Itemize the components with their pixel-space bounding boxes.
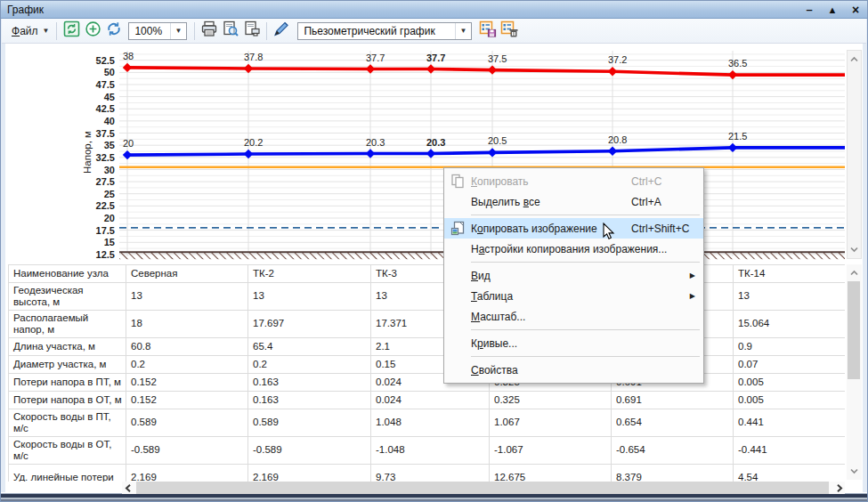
scroll-up-icon[interactable] — [848, 267, 861, 279]
y-axis-label: Напор, м — [82, 131, 93, 174]
supply-line[interactable] — [127, 68, 845, 75]
node-marker[interactable] — [366, 149, 375, 158]
table-cell[interactable]: 8.379 — [612, 465, 734, 482]
chart-vertical-scrollbar[interactable] — [847, 50, 862, 259]
menu-item-select-all[interactable]: Выделить всеCtrl+A — [444, 191, 703, 212]
table-cell[interactable]: 15.064 — [734, 311, 846, 338]
row-label: Потери напора в ОТ, м — [9, 392, 126, 409]
scroll-left-icon[interactable] — [122, 482, 134, 494]
table-cell[interactable]: 13 — [734, 283, 846, 311]
zoom-combo[interactable]: 100% ▼ — [128, 22, 187, 40]
point-label: 37.8 — [244, 52, 263, 62]
scroll-up-icon[interactable] — [848, 53, 861, 66]
row-label: Диаметр участка, м — [9, 356, 126, 374]
table-cell[interactable]: -0.441 — [734, 437, 846, 465]
node-marker[interactable] — [244, 64, 253, 73]
table-cell[interactable]: 0.589 — [126, 409, 248, 437]
close-button[interactable]: × — [849, 2, 862, 18]
table-cell[interactable]: -0.589 — [248, 437, 371, 465]
menu-item-table[interactable]: Таблица▶ — [444, 286, 703, 306]
page-setup-button[interactable] — [241, 21, 263, 41]
menu-item-copy-image[interactable]: Копировать изображениеCtrl+Shift+C — [444, 218, 703, 239]
chevron-down-icon[interactable]: ▼ — [455, 23, 472, 39]
table-cell[interactable]: 0.152 — [126, 392, 248, 409]
menu-item-properties[interactable]: Свойства — [444, 360, 703, 380]
scroll-down-icon[interactable] — [848, 243, 861, 255]
menu-item-label: Свойства — [471, 364, 518, 376]
table-cell[interactable]: 2.169 — [248, 465, 371, 482]
table-cell[interactable]: 17.697 — [248, 311, 371, 338]
menu-item-copy-image-settings[interactable]: Настройки копирования изображения... — [444, 239, 703, 259]
table-cell[interactable]: 60.8 — [126, 338, 248, 356]
table-row: Наименование узлаСевернаяТК-2ТК-3ТК-14 — [9, 265, 846, 283]
chart-type-combo[interactable]: Пьезометрический график ▼ — [297, 22, 472, 40]
scroll-down-icon[interactable] — [848, 465, 861, 477]
save-template-button[interactable] — [477, 21, 499, 41]
chart-type-value: Пьезометрический график — [304, 25, 452, 37]
table-cell[interactable]: 0.654 — [612, 409, 734, 437]
menu-item-label: Копировать изображение — [471, 223, 597, 235]
table-cell[interactable]: 12.675 — [490, 465, 612, 482]
table-cell[interactable]: 0.2 — [248, 356, 371, 374]
table-cell[interactable]: 13 — [126, 283, 248, 311]
table-cell[interactable]: 2.169 — [126, 465, 248, 482]
table-cell[interactable]: 4.54 — [734, 465, 846, 482]
point-label: 37.7 — [426, 53, 445, 63]
table-cell[interactable]: 0.325 — [490, 392, 612, 409]
table-cell[interactable]: -0.589 — [126, 437, 248, 465]
table-cell[interactable]: Северная — [126, 265, 248, 283]
scrollbar-thumb[interactable] — [848, 281, 860, 379]
table-cell[interactable]: 18 — [126, 311, 248, 338]
edit-chart-button[interactable] — [271, 21, 292, 41]
delete-template-button[interactable] — [499, 21, 520, 41]
y-tick-label: 30 — [104, 165, 115, 175]
menu-item-scale[interactable]: Масштаб... — [444, 306, 703, 327]
table-horizontal-scrollbar[interactable] — [122, 482, 845, 494]
table-cell[interactable]: ТК-14 — [734, 265, 846, 283]
table-cell[interactable]: -0.654 — [612, 437, 734, 465]
table-cell[interactable]: 65.4 — [248, 338, 371, 356]
table-cell[interactable]: 1.048 — [371, 409, 490, 437]
print-preview-button[interactable] — [220, 21, 241, 41]
table-cell[interactable]: 13 — [248, 283, 371, 311]
table-cell[interactable]: 0.024 — [371, 392, 490, 409]
table-cell[interactable]: 0.005 — [734, 392, 846, 409]
file-menu-button[interactable]: Файл ▼ — [8, 23, 53, 39]
menu-item-view[interactable]: Вид▶ — [444, 265, 703, 286]
scroll-right-icon[interactable] — [832, 482, 845, 494]
node-marker[interactable] — [123, 63, 132, 72]
table-cell[interactable]: 0.163 — [248, 374, 371, 392]
node-marker[interactable] — [608, 67, 617, 76]
table-vertical-scrollbar[interactable] — [847, 264, 862, 480]
print-button[interactable] — [199, 21, 220, 41]
pin-button[interactable]: ▲ — [826, 2, 839, 18]
table-cell[interactable]: 0.152 — [126, 374, 248, 392]
table-cell[interactable]: 1.067 — [490, 409, 612, 437]
point-label: 20.2 — [244, 137, 263, 148]
table-cell[interactable]: 0.589 — [248, 409, 371, 437]
table-cell[interactable]: 0.441 — [734, 409, 846, 437]
node-marker[interactable] — [488, 148, 497, 157]
chevron-down-icon: ▼ — [43, 27, 50, 35]
table-cell[interactable]: 0.163 — [248, 392, 371, 409]
table-cell[interactable]: 0.2 — [126, 356, 248, 374]
scrollbar-thumb[interactable] — [136, 482, 829, 494]
table-cell[interactable]: -1.048 — [371, 437, 490, 465]
add-button[interactable] — [82, 21, 103, 41]
minimize-button[interactable]: – — [803, 2, 815, 18]
table-cell[interactable]: 9.73 — [371, 465, 490, 482]
refresh-button[interactable] — [61, 21, 82, 41]
table-cell[interactable]: 0.07 — [734, 356, 846, 374]
table-cell[interactable]: -1.067 — [490, 437, 612, 465]
table-row: Скорость воды в ПТ, м/с0.5890.5891.0481.… — [9, 409, 846, 437]
menu-item-curves[interactable]: Кривые... — [444, 333, 703, 353]
table-cell[interactable]: 0.005 — [734, 374, 846, 392]
node-marker[interactable] — [608, 147, 617, 156]
chevron-down-icon[interactable]: ▼ — [170, 23, 187, 39]
row-label: Геодезическая высота, м — [9, 283, 126, 311]
node-marker[interactable] — [426, 149, 435, 158]
update-button[interactable] — [103, 21, 125, 41]
table-cell[interactable]: ТК-2 — [248, 265, 371, 283]
table-cell[interactable]: 0.9 — [734, 338, 846, 356]
table-cell[interactable]: 0.691 — [612, 392, 734, 409]
